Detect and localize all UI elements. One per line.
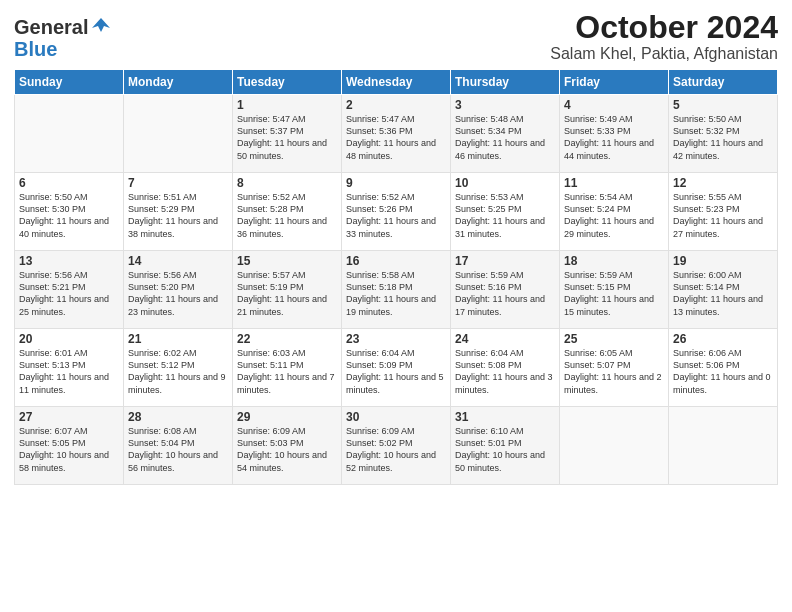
day-info: Sunrise: 5:53 AM Sunset: 5:25 PM Dayligh… bbox=[455, 191, 555, 240]
table-row: 14Sunrise: 5:56 AM Sunset: 5:20 PM Dayli… bbox=[124, 251, 233, 329]
day-info: Sunrise: 6:09 AM Sunset: 5:02 PM Dayligh… bbox=[346, 425, 446, 474]
table-row: 31Sunrise: 6:10 AM Sunset: 5:01 PM Dayli… bbox=[451, 407, 560, 485]
day-number: 20 bbox=[19, 332, 119, 346]
col-wednesday: Wednesday bbox=[342, 70, 451, 95]
calendar-week-row: 1Sunrise: 5:47 AM Sunset: 5:37 PM Daylig… bbox=[15, 95, 778, 173]
table-row: 28Sunrise: 6:08 AM Sunset: 5:04 PM Dayli… bbox=[124, 407, 233, 485]
day-info: Sunrise: 5:52 AM Sunset: 5:28 PM Dayligh… bbox=[237, 191, 337, 240]
table-row: 7Sunrise: 5:51 AM Sunset: 5:29 PM Daylig… bbox=[124, 173, 233, 251]
day-info: Sunrise: 5:58 AM Sunset: 5:18 PM Dayligh… bbox=[346, 269, 446, 318]
calendar-week-row: 20Sunrise: 6:01 AM Sunset: 5:13 PM Dayli… bbox=[15, 329, 778, 407]
col-monday: Monday bbox=[124, 70, 233, 95]
table-row: 16Sunrise: 5:58 AM Sunset: 5:18 PM Dayli… bbox=[342, 251, 451, 329]
table-row: 20Sunrise: 6:01 AM Sunset: 5:13 PM Dayli… bbox=[15, 329, 124, 407]
day-info: Sunrise: 5:47 AM Sunset: 5:37 PM Dayligh… bbox=[237, 113, 337, 162]
table-row: 23Sunrise: 6:04 AM Sunset: 5:09 PM Dayli… bbox=[342, 329, 451, 407]
table-row: 9Sunrise: 5:52 AM Sunset: 5:26 PM Daylig… bbox=[342, 173, 451, 251]
table-row: 17Sunrise: 5:59 AM Sunset: 5:16 PM Dayli… bbox=[451, 251, 560, 329]
day-number: 14 bbox=[128, 254, 228, 268]
col-sunday: Sunday bbox=[15, 70, 124, 95]
day-number: 30 bbox=[346, 410, 446, 424]
table-row: 29Sunrise: 6:09 AM Sunset: 5:03 PM Dayli… bbox=[233, 407, 342, 485]
logo-general: General bbox=[14, 16, 88, 39]
day-info: Sunrise: 5:50 AM Sunset: 5:32 PM Dayligh… bbox=[673, 113, 773, 162]
table-row: 2Sunrise: 5:47 AM Sunset: 5:36 PM Daylig… bbox=[342, 95, 451, 173]
table-row: 27Sunrise: 6:07 AM Sunset: 5:05 PM Dayli… bbox=[15, 407, 124, 485]
page-subtitle: Salam Khel, Paktia, Afghanistan bbox=[550, 45, 778, 63]
day-number: 12 bbox=[673, 176, 773, 190]
day-number: 6 bbox=[19, 176, 119, 190]
logo-bird-icon bbox=[90, 14, 112, 40]
day-info: Sunrise: 5:50 AM Sunset: 5:30 PM Dayligh… bbox=[19, 191, 119, 240]
col-thursday: Thursday bbox=[451, 70, 560, 95]
day-number: 3 bbox=[455, 98, 555, 112]
day-info: Sunrise: 6:05 AM Sunset: 5:07 PM Dayligh… bbox=[564, 347, 664, 396]
day-info: Sunrise: 5:59 AM Sunset: 5:16 PM Dayligh… bbox=[455, 269, 555, 318]
calendar-week-row: 6Sunrise: 5:50 AM Sunset: 5:30 PM Daylig… bbox=[15, 173, 778, 251]
logo: General Blue bbox=[14, 14, 112, 61]
table-row: 5Sunrise: 5:50 AM Sunset: 5:32 PM Daylig… bbox=[669, 95, 778, 173]
title-block: October 2024 Salam Khel, Paktia, Afghani… bbox=[550, 10, 778, 63]
day-info: Sunrise: 6:10 AM Sunset: 5:01 PM Dayligh… bbox=[455, 425, 555, 474]
day-number: 10 bbox=[455, 176, 555, 190]
table-row: 25Sunrise: 6:05 AM Sunset: 5:07 PM Dayli… bbox=[560, 329, 669, 407]
calendar-header-row: Sunday Monday Tuesday Wednesday Thursday… bbox=[15, 70, 778, 95]
day-number: 17 bbox=[455, 254, 555, 268]
day-info: Sunrise: 5:56 AM Sunset: 5:20 PM Dayligh… bbox=[128, 269, 228, 318]
day-info: Sunrise: 5:47 AM Sunset: 5:36 PM Dayligh… bbox=[346, 113, 446, 162]
day-number: 15 bbox=[237, 254, 337, 268]
table-row: 11Sunrise: 5:54 AM Sunset: 5:24 PM Dayli… bbox=[560, 173, 669, 251]
table-row: 15Sunrise: 5:57 AM Sunset: 5:19 PM Dayli… bbox=[233, 251, 342, 329]
day-number: 23 bbox=[346, 332, 446, 346]
day-info: Sunrise: 6:06 AM Sunset: 5:06 PM Dayligh… bbox=[673, 347, 773, 396]
table-row: 13Sunrise: 5:56 AM Sunset: 5:21 PM Dayli… bbox=[15, 251, 124, 329]
table-row: 26Sunrise: 6:06 AM Sunset: 5:06 PM Dayli… bbox=[669, 329, 778, 407]
day-info: Sunrise: 5:54 AM Sunset: 5:24 PM Dayligh… bbox=[564, 191, 664, 240]
table-row: 19Sunrise: 6:00 AM Sunset: 5:14 PM Dayli… bbox=[669, 251, 778, 329]
col-saturday: Saturday bbox=[669, 70, 778, 95]
table-row: 10Sunrise: 5:53 AM Sunset: 5:25 PM Dayli… bbox=[451, 173, 560, 251]
day-info: Sunrise: 6:00 AM Sunset: 5:14 PM Dayligh… bbox=[673, 269, 773, 318]
day-number: 28 bbox=[128, 410, 228, 424]
col-tuesday: Tuesday bbox=[233, 70, 342, 95]
day-info: Sunrise: 6:02 AM Sunset: 5:12 PM Dayligh… bbox=[128, 347, 228, 396]
header: General Blue October 2024 Salam Khel, Pa… bbox=[14, 10, 778, 63]
day-number: 22 bbox=[237, 332, 337, 346]
table-row bbox=[124, 95, 233, 173]
day-number: 4 bbox=[564, 98, 664, 112]
table-row: 24Sunrise: 6:04 AM Sunset: 5:08 PM Dayli… bbox=[451, 329, 560, 407]
table-row: 12Sunrise: 5:55 AM Sunset: 5:23 PM Dayli… bbox=[669, 173, 778, 251]
day-info: Sunrise: 6:09 AM Sunset: 5:03 PM Dayligh… bbox=[237, 425, 337, 474]
day-info: Sunrise: 6:03 AM Sunset: 5:11 PM Dayligh… bbox=[237, 347, 337, 396]
day-number: 1 bbox=[237, 98, 337, 112]
day-info: Sunrise: 5:48 AM Sunset: 5:34 PM Dayligh… bbox=[455, 113, 555, 162]
svg-marker-0 bbox=[92, 18, 110, 32]
day-number: 11 bbox=[564, 176, 664, 190]
table-row: 22Sunrise: 6:03 AM Sunset: 5:11 PM Dayli… bbox=[233, 329, 342, 407]
table-row: 4Sunrise: 5:49 AM Sunset: 5:33 PM Daylig… bbox=[560, 95, 669, 173]
day-info: Sunrise: 5:59 AM Sunset: 5:15 PM Dayligh… bbox=[564, 269, 664, 318]
col-friday: Friday bbox=[560, 70, 669, 95]
day-number: 7 bbox=[128, 176, 228, 190]
table-row bbox=[669, 407, 778, 485]
table-row: 1Sunrise: 5:47 AM Sunset: 5:37 PM Daylig… bbox=[233, 95, 342, 173]
day-number: 13 bbox=[19, 254, 119, 268]
calendar-week-row: 27Sunrise: 6:07 AM Sunset: 5:05 PM Dayli… bbox=[15, 407, 778, 485]
day-info: Sunrise: 5:51 AM Sunset: 5:29 PM Dayligh… bbox=[128, 191, 228, 240]
day-number: 18 bbox=[564, 254, 664, 268]
logo-blue: Blue bbox=[14, 38, 57, 61]
calendar-table: Sunday Monday Tuesday Wednesday Thursday… bbox=[14, 69, 778, 485]
day-info: Sunrise: 6:04 AM Sunset: 5:08 PM Dayligh… bbox=[455, 347, 555, 396]
table-row: 8Sunrise: 5:52 AM Sunset: 5:28 PM Daylig… bbox=[233, 173, 342, 251]
day-info: Sunrise: 5:49 AM Sunset: 5:33 PM Dayligh… bbox=[564, 113, 664, 162]
day-number: 16 bbox=[346, 254, 446, 268]
day-number: 9 bbox=[346, 176, 446, 190]
day-info: Sunrise: 5:55 AM Sunset: 5:23 PM Dayligh… bbox=[673, 191, 773, 240]
day-info: Sunrise: 6:08 AM Sunset: 5:04 PM Dayligh… bbox=[128, 425, 228, 474]
day-info: Sunrise: 6:04 AM Sunset: 5:09 PM Dayligh… bbox=[346, 347, 446, 396]
day-info: Sunrise: 6:01 AM Sunset: 5:13 PM Dayligh… bbox=[19, 347, 119, 396]
day-number: 29 bbox=[237, 410, 337, 424]
day-number: 21 bbox=[128, 332, 228, 346]
page-title: October 2024 bbox=[550, 10, 778, 45]
day-number: 26 bbox=[673, 332, 773, 346]
